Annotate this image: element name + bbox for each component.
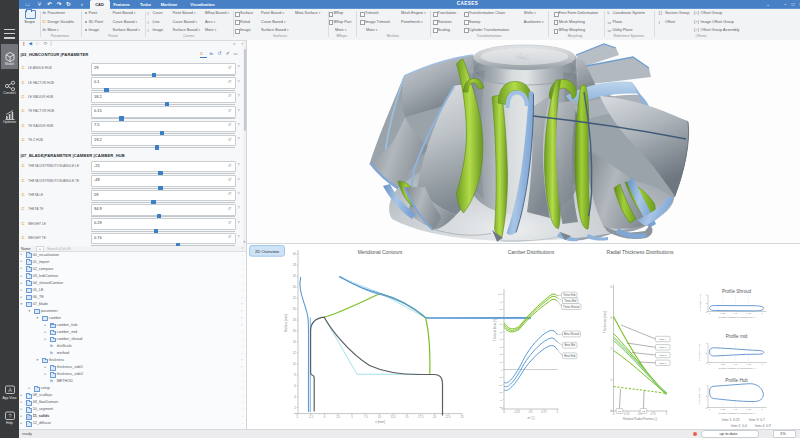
svg-text:Relative Position on Camberlin: Relative Position on Camberline [-]	[719, 316, 756, 319]
svg-text:Inter 3: Inter 3	[659, 346, 667, 349]
svg-text:24: 24	[293, 285, 297, 289]
svg-text:Beta Mid: Beta Mid	[564, 343, 575, 347]
svg-text:20: 20	[293, 307, 297, 311]
svg-text:Camber Distributions: Camber Distributions	[508, 249, 555, 255]
svg-text:0.75: 0.75	[650, 412, 656, 416]
svg-text:-30: -30	[499, 391, 503, 394]
svg-text:0: 0	[613, 412, 615, 416]
svg-text:10: 10	[293, 362, 297, 366]
svg-text:4: 4	[610, 285, 612, 289]
svg-text:1: 1	[610, 378, 612, 382]
svg-text:100: 100	[498, 293, 503, 296]
svg-text:z [mm]: z [mm]	[375, 420, 385, 424]
svg-text:2: 2	[706, 302, 708, 304]
svg-text:-50: -50	[499, 406, 503, 409]
svg-text:60: 60	[499, 323, 502, 326]
svg-text:-40: -40	[499, 399, 503, 402]
svg-text:0.75: 0.75	[541, 410, 547, 414]
svg-text:8: 8	[294, 373, 296, 377]
svg-text:Beta Shroud: Beta Shroud	[564, 332, 579, 336]
svg-text:90: 90	[499, 301, 502, 304]
svg-text:20: 20	[433, 415, 437, 419]
svg-text:1: 1	[666, 412, 668, 416]
svg-text:0.25: 0.25	[515, 410, 521, 414]
svg-text:2D Overview: 2D Overview	[255, 249, 280, 254]
svg-text:2.5: 2.5	[336, 415, 340, 419]
svg-text:Inter 4: 0.9: Inter 4: 0.9	[755, 424, 771, 428]
svg-text:Beta Hub: Beta Hub	[564, 354, 576, 358]
svg-text:m′ [-]: m′ [-]	[528, 416, 535, 420]
svg-text:6: 6	[294, 384, 296, 388]
svg-text:30: 30	[499, 346, 502, 349]
svg-text:Radius [mm]: Radius [mm]	[284, 314, 288, 332]
svg-text:0: 0	[501, 369, 503, 372]
svg-text:0: 0	[708, 408, 710, 411]
svg-text:22: 22	[293, 296, 297, 300]
svg-text:7.5: 7.5	[364, 415, 368, 419]
svg-text:50: 50	[499, 331, 502, 334]
svg-text:Inter 2: Inter 2	[659, 354, 667, 357]
svg-text:22.5: 22.5	[445, 415, 451, 419]
svg-text:10: 10	[378, 415, 382, 419]
svg-text:-20: -20	[499, 384, 503, 387]
svg-text:Thickness [mm]: Thickness [mm]	[603, 311, 607, 333]
svg-text:12.5: 12.5	[390, 415, 396, 419]
svg-text:Meridional Contours: Meridional Contours	[358, 249, 403, 255]
svg-text:0.5: 0.5	[529, 410, 533, 414]
svg-text:2: 2	[706, 395, 708, 397]
svg-text:Theta Mid: Theta Mid	[564, 299, 576, 303]
svg-text:30: 30	[293, 252, 297, 256]
svg-text:0.25: 0.25	[624, 412, 630, 416]
svg-text:10: 10	[499, 361, 502, 364]
svg-text:80: 80	[499, 308, 502, 311]
svg-text:12: 12	[293, 351, 297, 355]
svg-text:Relative Position on Camberlin: Relative Position on Camberline [-]	[719, 367, 756, 370]
svg-text:Relative Radial Position [-]: Relative Radial Position [-]	[623, 417, 657, 421]
svg-text:Inter 4: Inter 4	[659, 338, 667, 341]
svg-text:0: 0	[708, 312, 710, 315]
svg-text:Thickness [mm]: Thickness [mm]	[699, 344, 702, 361]
svg-text:15: 15	[405, 415, 409, 419]
svg-text:Profile mid: Profile mid	[726, 334, 748, 339]
svg-text:1: 1	[762, 363, 764, 366]
svg-text:Relative Position on Camberlin: Relative Position on Camberline [-]	[719, 412, 756, 415]
svg-text:17.5: 17.5	[418, 415, 424, 419]
svg-text:28: 28	[293, 263, 297, 267]
svg-text:0: 0	[324, 415, 326, 419]
svg-text:A: A	[8, 387, 12, 393]
svg-text:Inter 1: 6.25: Inter 1: 6.25	[722, 418, 740, 422]
svg-text:0: 0	[708, 363, 710, 366]
svg-text:4: 4	[294, 395, 296, 399]
svg-text:Inter 1: Inter 1	[659, 362, 667, 365]
svg-text:Thickness [mm]: Thickness [mm]	[699, 388, 702, 405]
svg-text:4: 4	[706, 384, 708, 386]
svg-text:Inter 2: 0.4: Inter 2: 0.4	[731, 424, 747, 428]
svg-text:-2.5: -2.5	[308, 415, 313, 419]
svg-text:Theta Hub: Theta Hub	[563, 293, 576, 297]
svg-text:0: 0	[503, 410, 505, 414]
svg-text:Theta Shroud: Theta Shroud	[563, 305, 580, 309]
svg-text:Profile Shroud: Profile Shroud	[722, 289, 752, 294]
svg-text:1: 1	[762, 312, 764, 315]
svg-text:1: 1	[762, 408, 764, 411]
svg-text:14: 14	[293, 340, 297, 344]
svg-text:2: 2	[610, 347, 612, 351]
svg-text:Inter 3: 0.7: Inter 3: 0.7	[749, 418, 765, 422]
svg-text:18: 18	[293, 318, 297, 322]
svg-text:40: 40	[499, 338, 502, 341]
svg-text:-5: -5	[296, 415, 299, 419]
svg-text:?: ?	[8, 413, 11, 419]
svg-text:-10: -10	[499, 376, 503, 379]
svg-text:5: 5	[351, 415, 353, 419]
svg-text:2: 2	[706, 352, 708, 354]
svg-text:4: 4	[706, 294, 708, 296]
svg-text:Thickness [mm]: Thickness [mm]	[699, 294, 702, 311]
svg-text:20: 20	[499, 353, 502, 356]
svg-text:25: 25	[460, 415, 464, 419]
svg-text:Theta & Beta [°]: Theta & Beta [°]	[493, 319, 497, 342]
svg-text:2: 2	[294, 406, 296, 410]
svg-text:1: 1	[557, 410, 559, 414]
svg-text:3: 3	[610, 316, 612, 320]
svg-text:Profile Hub: Profile Hub	[725, 378, 748, 383]
svg-text:Radial Thickness Distributions: Radial Thickness Distributions	[607, 249, 674, 255]
